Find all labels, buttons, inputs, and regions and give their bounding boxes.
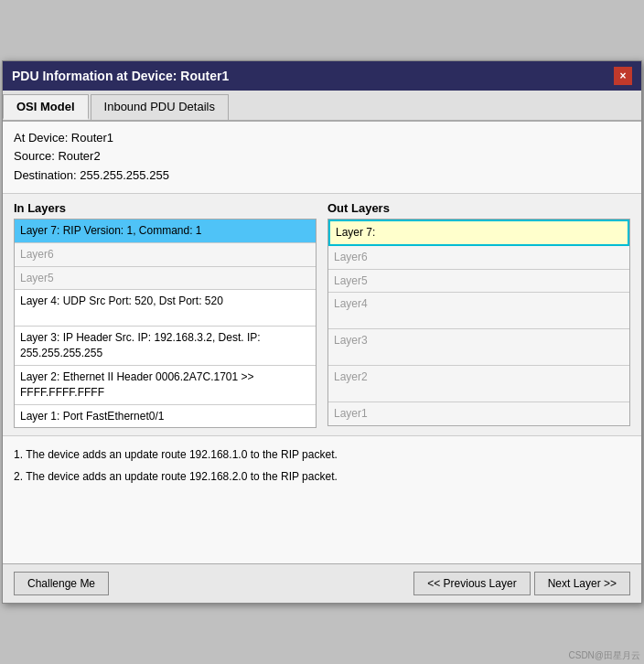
title-bar: PDU Information at Device: Router1 × bbox=[3, 61, 641, 91]
at-device: At Device: Router1 bbox=[14, 129, 630, 148]
in-layer-3[interactable]: Layer 3: IP Header Src. IP: 192.168.3.2,… bbox=[15, 327, 316, 366]
close-button[interactable]: × bbox=[614, 67, 632, 85]
in-layers-list: Layer 7: RIP Version: 1, Command: 1 Laye… bbox=[14, 219, 317, 428]
out-layer-7[interactable]: Layer 7: bbox=[328, 220, 629, 246]
in-layers-section: In Layers Layer 7: RIP Version: 1, Comma… bbox=[14, 201, 317, 428]
source: Source: Router2 bbox=[14, 147, 630, 166]
window-title: PDU Information at Device: Router1 bbox=[12, 69, 229, 83]
in-layer-6[interactable]: Layer6 bbox=[15, 243, 316, 267]
watermark: CSDN@田星月云 bbox=[569, 649, 641, 662]
device-info: At Device: Router1 Source: Router2 Desti… bbox=[3, 122, 641, 194]
out-layer-6[interactable]: Layer6 bbox=[328, 246, 629, 270]
out-layers-section: Out Layers Layer 7: Layer6 Layer5 Layer4… bbox=[327, 201, 630, 428]
layers-container: In Layers Layer 7: RIP Version: 1, Comma… bbox=[3, 194, 641, 435]
challenge-me-button[interactable]: Challenge Me bbox=[14, 572, 109, 595]
description-area: 1. The device adds an update route 192.1… bbox=[3, 435, 641, 563]
tab-inbound[interactable]: Inbound PDU Details bbox=[91, 94, 229, 120]
destination: Destination: 255.255.255.255 bbox=[14, 166, 630, 186]
out-layer-4[interactable]: Layer4 bbox=[328, 293, 629, 329]
out-layer-3[interactable]: Layer3 bbox=[328, 329, 629, 366]
in-layer-1[interactable]: Layer 1: Port FastEthernet0/1 bbox=[15, 405, 316, 428]
in-layer-5[interactable]: Layer5 bbox=[15, 267, 316, 291]
out-layers-header: Out Layers bbox=[327, 201, 630, 215]
description-line-2: 2. The device adds an update route 192.1… bbox=[14, 467, 630, 487]
footer: Challenge Me << Previous Layer Next Laye… bbox=[3, 563, 641, 603]
description-line-1: 1. The device adds an update route 192.1… bbox=[14, 445, 630, 466]
next-layer-button[interactable]: Next Layer >> bbox=[534, 572, 630, 595]
previous-layer-button[interactable]: << Previous Layer bbox=[413, 572, 530, 595]
main-window: PDU Information at Device: Router1 × OSI… bbox=[2, 60, 642, 605]
layer-nav-buttons: << Previous Layer Next Layer >> bbox=[413, 572, 630, 595]
in-layer-7[interactable]: Layer 7: RIP Version: 1, Command: 1 bbox=[15, 220, 316, 243]
out-layer-5[interactable]: Layer5 bbox=[328, 270, 629, 294]
out-layers-list: Layer 7: Layer6 Layer5 Layer4 Layer3 Lay… bbox=[327, 219, 630, 426]
in-layer-2[interactable]: Layer 2: Ethernet II Header 0006.2A7C.17… bbox=[15, 366, 316, 405]
in-layers-header: In Layers bbox=[14, 201, 317, 215]
tab-osi[interactable]: OSI Model bbox=[3, 94, 89, 120]
in-layer-4[interactable]: Layer 4: UDP Src Port: 520, Dst Port: 52… bbox=[15, 290, 316, 327]
out-layer-1[interactable]: Layer1 bbox=[328, 402, 629, 425]
out-layer-2[interactable]: Layer2 bbox=[328, 366, 629, 402]
tab-bar: OSI Model Inbound PDU Details bbox=[3, 91, 641, 122]
